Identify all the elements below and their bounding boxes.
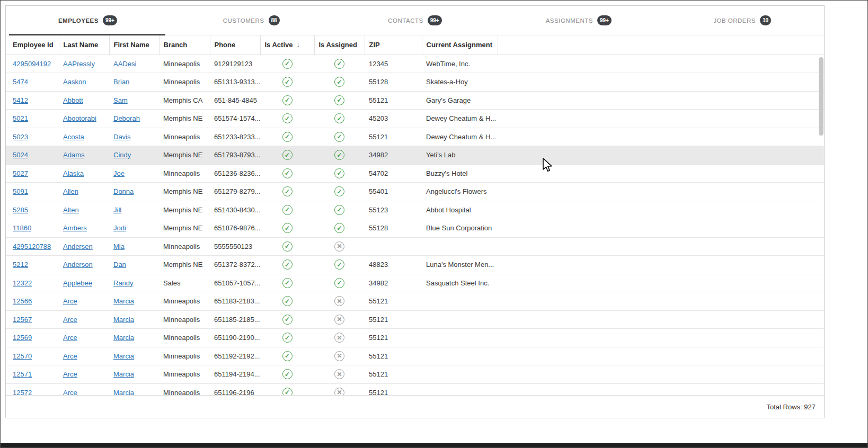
employee-id-link[interactable]: 11860 bbox=[13, 224, 31, 232]
table-row[interactable]: 5285AltenJillMemphis NE651430-8430...✓✓5… bbox=[6, 201, 824, 219]
table-row[interactable]: 4295094192AAPresslyAADesiMinneapolis9129… bbox=[6, 55, 824, 73]
last-name-link[interactable]: Adams bbox=[63, 151, 84, 159]
table-row[interactable]: 5024AdamsCindyMemphis NE651793-8793...✓✓… bbox=[6, 146, 824, 165]
last-name-link[interactable]: Andersen bbox=[63, 243, 93, 250]
table-row[interactable]: 12571ArceMarciaMinneapolis651194-2194...… bbox=[6, 365, 824, 384]
first-name-link[interactable]: Sam bbox=[113, 96, 128, 104]
employee-id-link[interactable]: 12322 bbox=[13, 279, 32, 287]
employee-id-link[interactable]: 4295094192 bbox=[13, 60, 51, 68]
column-header-branch[interactable]: Branch bbox=[159, 35, 210, 55]
last-name-link[interactable]: Ambers bbox=[63, 224, 87, 232]
first-name-link[interactable]: Jill bbox=[113, 206, 121, 214]
first-name-link[interactable]: Marcia bbox=[113, 316, 134, 324]
last-name-link[interactable]: Anderson bbox=[63, 261, 93, 268]
last-name-link[interactable]: Applebee bbox=[63, 279, 92, 287]
last-name-link[interactable]: Abootorabi bbox=[63, 114, 96, 122]
last-name-link[interactable]: Allen bbox=[63, 187, 78, 195]
table-row[interactable]: 4295120788AndersenMiaMinneapolis55555501… bbox=[6, 237, 824, 256]
first-name-link[interactable]: Marcia bbox=[113, 297, 134, 305]
table-row[interactable]: 5212AndersonDanMemphis NE651372-8372...✓… bbox=[6, 256, 824, 274]
first-name-link[interactable]: Deborah bbox=[113, 114, 140, 122]
table-row[interactable]: 11860AmbersJodiMemphis NE651876-9876...✓… bbox=[6, 219, 824, 238]
column-header-is-active[interactable]: Is Active↓ bbox=[260, 35, 314, 55]
last-name-link[interactable]: Acosta bbox=[63, 133, 84, 141]
first-name-link[interactable]: Donna bbox=[113, 187, 134, 195]
table-row[interactable]: 5412AbbottSamMemphis CA651-845-4845✓✓551… bbox=[6, 91, 824, 110]
first-name-link[interactable]: Mia bbox=[113, 243, 125, 250]
employee-id-link[interactable]: 12567 bbox=[13, 316, 32, 324]
first-name-link[interactable]: Joe bbox=[113, 169, 125, 177]
employee-id-link[interactable]: 5024 bbox=[13, 151, 28, 159]
first-name-link[interactable]: Marcia bbox=[113, 334, 134, 342]
first-name-link[interactable]: Randy bbox=[113, 279, 134, 287]
tab-contacts[interactable]: CONTACTS99+ bbox=[333, 6, 497, 35]
filler-cell bbox=[498, 110, 824, 128]
last-name-link[interactable]: Alaska bbox=[63, 169, 84, 177]
table-row[interactable]: 12566ArceMarciaMinneapolis651183-2183...… bbox=[6, 292, 824, 311]
first-name-link[interactable]: AADesi bbox=[113, 60, 136, 68]
tab-job-orders[interactable]: JOB ORDERS10 bbox=[660, 6, 824, 35]
filler-cell bbox=[498, 383, 824, 396]
employee-id-link[interactable]: 12566 bbox=[13, 297, 32, 305]
employee-id-link[interactable]: 5412 bbox=[13, 96, 28, 104]
table-row[interactable]: 12572ArceMarciaMinneapolis651196-2196✓✕5… bbox=[6, 383, 824, 396]
last-name-link[interactable]: Abbott bbox=[63, 96, 83, 104]
current-assignment-cell: Abbot Hospital bbox=[422, 201, 498, 219]
first-name-link[interactable]: Jodi bbox=[113, 224, 126, 232]
column-header-current-assignment[interactable]: Current Assignment bbox=[422, 35, 498, 55]
employee-id-link[interactable]: 5212 bbox=[13, 261, 28, 268]
first-name-link[interactable]: Cindy bbox=[113, 151, 131, 159]
employee-id-link[interactable]: 5474 bbox=[13, 78, 28, 86]
tab-employees[interactable]: EMPLOYEES99+ bbox=[6, 6, 170, 35]
tab-count-badge: 99+ bbox=[428, 15, 442, 25]
last-name-link[interactable]: Arce bbox=[63, 334, 77, 342]
column-header-is-assigned[interactable]: Is Assigned bbox=[314, 35, 365, 55]
vertical-scrollbar[interactable] bbox=[819, 56, 823, 395]
is-active-cell: ✓ bbox=[260, 55, 314, 73]
employee-id-link[interactable]: 5023 bbox=[13, 133, 28, 141]
employee-id-link[interactable]: 5021 bbox=[13, 114, 28, 122]
table-row[interactable]: 5027AlaskaJoeMinneapolis651236-8236...✓✓… bbox=[6, 164, 824, 183]
scrollbar-thumb[interactable] bbox=[819, 57, 823, 136]
first-name-link[interactable]: Davis bbox=[113, 133, 131, 141]
column-header-employee-id[interactable]: Employee Id bbox=[6, 35, 59, 55]
table-row[interactable]: 12570ArceMarciaMinneapolis651192-2192...… bbox=[6, 347, 824, 365]
employee-id-link[interactable]: 4295120788 bbox=[13, 243, 51, 250]
table-row[interactable]: 12569ArceMarciaMinneapolis651190-2190...… bbox=[6, 329, 824, 347]
is-assigned-x-circle-icon: ✕ bbox=[334, 315, 344, 325]
table-row[interactable]: 12567ArceMarciaMinneapolis651185-2185...… bbox=[6, 310, 824, 329]
column-header-zip[interactable]: ZIP bbox=[365, 35, 422, 55]
employee-id-link[interactable]: 5285 bbox=[13, 206, 28, 214]
column-header-phone[interactable]: Phone bbox=[210, 35, 260, 55]
employee-id-cell: 5027 bbox=[6, 164, 59, 183]
employee-id-link[interactable]: 12570 bbox=[13, 352, 32, 360]
last-name-link[interactable]: Arce bbox=[63, 352, 77, 360]
last-name-link[interactable]: Arce bbox=[63, 370, 77, 378]
last-name-link[interactable]: Aaskon bbox=[63, 78, 86, 86]
first-name-link[interactable]: Dan bbox=[113, 261, 126, 268]
tab-customers[interactable]: CUSTOMERS88 bbox=[170, 6, 333, 35]
first-name-link[interactable]: Marcia bbox=[113, 352, 134, 360]
employee-id-link[interactable]: 5027 bbox=[13, 169, 28, 177]
table-row[interactable]: 5021AbootorabiDeborahMemphis NE651574-15… bbox=[6, 110, 824, 128]
employee-id-link[interactable]: 5091 bbox=[13, 187, 28, 195]
is-active-check-circle-icon: ✓ bbox=[282, 278, 293, 288]
employee-id-link[interactable]: 12571 bbox=[13, 370, 32, 378]
employee-id-cell: 5212 bbox=[6, 256, 59, 274]
current-assignment-cell: Luna's Monster Men... bbox=[422, 256, 498, 274]
table-row[interactable]: 5091AllenDonnaMemphis NE651279-8279...✓✓… bbox=[6, 183, 824, 201]
column-header-last-name[interactable]: Last Name bbox=[59, 35, 109, 55]
last-name-link[interactable]: Alten bbox=[63, 206, 79, 214]
table-row[interactable]: 5474AaskonBrianMinneapolis651313-9313...… bbox=[6, 73, 824, 92]
employee-id-link[interactable]: 12569 bbox=[13, 334, 32, 342]
table-row[interactable]: 12322ApplebeeRandySales651057-1057...✓✓3… bbox=[6, 274, 824, 292]
last-name-link[interactable]: Arce bbox=[63, 297, 77, 305]
column-header-first-name[interactable]: First Name bbox=[109, 35, 159, 55]
last-name-link[interactable]: AAPressly bbox=[63, 60, 95, 68]
tab-assignments[interactable]: ASSIGNMENTS99+ bbox=[497, 6, 660, 35]
first-name-link[interactable]: Marcia bbox=[113, 370, 134, 378]
first-name-link[interactable]: Brian bbox=[113, 78, 129, 86]
table-row[interactable]: 5023AcostaDavisMinneapolis651233-8233...… bbox=[6, 128, 824, 146]
branch-cell: Minneapolis bbox=[159, 128, 210, 146]
last-name-link[interactable]: Arce bbox=[63, 316, 77, 324]
